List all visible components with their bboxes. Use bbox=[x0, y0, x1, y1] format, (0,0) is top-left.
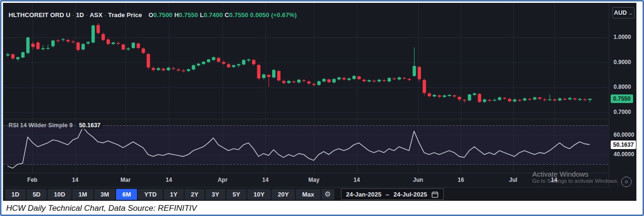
time-tick-14: 14 bbox=[159, 177, 178, 183]
date-to: 24-Jul-2025 bbox=[393, 191, 427, 198]
screenshot-frame: HLTHCOREIT ORD U · 1D · ASX · Trade Pric… bbox=[0, 0, 644, 216]
price-tick-label: 0.8000 bbox=[614, 83, 631, 91]
price-tick-label: 1.0000 bbox=[614, 33, 631, 41]
price-tick-label: 0.7000 bbox=[614, 108, 631, 116]
legend-separator: · bbox=[103, 11, 108, 19]
figure-caption: HCW Daily Technical Chart, Data Source: … bbox=[3, 203, 640, 215]
range-button-5y[interactable]: 5Y bbox=[226, 189, 246, 200]
rsi-legend[interactable]: RSI 14 Wilder Simple 9 50.1637 bbox=[9, 122, 102, 129]
symbol-legend[interactable]: HLTHCOREIT ORD U · 1D · ASX · Trade Pric… bbox=[9, 11, 297, 19]
last-price-badge: 0.7550 bbox=[611, 94, 633, 103]
range-button-2y[interactable]: 2Y bbox=[185, 189, 205, 200]
calendar-icon[interactable] bbox=[431, 191, 439, 198]
range-button-10d[interactable]: 10D bbox=[48, 189, 71, 200]
time-tick-14: 14 bbox=[347, 177, 366, 183]
time-tick-14: 14 bbox=[545, 177, 564, 183]
ohlc-value: 0.7550 bbox=[179, 11, 200, 19]
chevron-down-icon: ⌄ bbox=[628, 10, 634, 16]
ohlc-key: O bbox=[148, 11, 153, 19]
ohlc-key: C bbox=[224, 11, 229, 19]
time-axis[interactable]: Feb14Mar14Apr14May14Jun16Jul14 bbox=[3, 173, 608, 187]
range-button-6m[interactable]: 6M bbox=[116, 189, 137, 200]
exchange-label: ASX bbox=[89, 11, 102, 19]
time-tick-16: 16 bbox=[451, 177, 470, 183]
target-dot bbox=[625, 180, 628, 183]
rsi-value-badge: 50.1637 bbox=[611, 141, 636, 149]
symbol-name: HLTHCOREIT ORD U bbox=[9, 11, 70, 19]
currency-label: AUD bbox=[614, 9, 627, 16]
price-pane[interactable]: HLTHCOREIT ORD U · 1D · ASX · Trade Pric… bbox=[3, 3, 608, 119]
range-button-1y[interactable]: 1Y bbox=[164, 189, 184, 200]
rsi-tick-label: 40.0000 bbox=[614, 150, 634, 158]
date-separator: – bbox=[386, 191, 389, 198]
series-type-label: Trade Price bbox=[108, 11, 142, 19]
chart-settings-icon[interactable] bbox=[621, 177, 632, 187]
currency-dropdown[interactable]: AUD ⌄ bbox=[612, 7, 634, 19]
time-tick-14: 14 bbox=[66, 177, 85, 183]
time-tick-apr: Apr bbox=[213, 177, 232, 183]
range-button-max[interactable]: Max bbox=[296, 189, 320, 200]
range-button-10y[interactable]: 10Y bbox=[247, 189, 271, 200]
range-button-5d[interactable]: 5D bbox=[27, 189, 47, 200]
price-tick-label: 0.9000 bbox=[614, 58, 631, 66]
legend-separator: · bbox=[84, 11, 90, 19]
ohlc-value: 0.7550 bbox=[229, 11, 250, 19]
candlestick-canvas[interactable] bbox=[3, 3, 608, 119]
range-button-1m[interactable]: 1M bbox=[72, 189, 93, 200]
rsi-pane[interactable]: RSI 14 Wilder Simple 9 50.1637 bbox=[3, 119, 608, 173]
ohlc-value: 0.7400 bbox=[204, 11, 224, 19]
range-toolbar: 1D5D10D1M3M6MYTD1Y2Y3Y5Y10Y20YMax⚙24-Jan… bbox=[3, 188, 636, 201]
interval-label: 1D bbox=[76, 11, 84, 19]
range-button-1d[interactable]: 1D bbox=[5, 189, 26, 200]
time-tick-feb: Feb bbox=[23, 177, 42, 183]
time-tick-jul: Jul bbox=[504, 177, 523, 183]
ohlc-key: H bbox=[175, 11, 179, 19]
rsi-title: RSI 14 Wilder Simple 9 bbox=[9, 122, 73, 129]
price-axis-column[interactable]: AUD ⌄ 1.00000.90000.80000.70000.755060.0… bbox=[609, 3, 636, 201]
time-tick-may: May bbox=[304, 177, 323, 183]
range-button-3m[interactable]: 3M bbox=[94, 189, 115, 200]
range-button-3y[interactable]: 3Y bbox=[205, 189, 225, 200]
change-value: 0.0050 (+0.67%) bbox=[250, 11, 297, 19]
legend-separator: · bbox=[72, 11, 76, 19]
ohlc-value: 0.7500 bbox=[154, 11, 175, 19]
time-tick-mar: Mar bbox=[116, 177, 135, 183]
trading-chart-window: HLTHCOREIT ORD U · 1D · ASX · Trade Pric… bbox=[3, 3, 636, 201]
date-from: 24-Jan-2025 bbox=[346, 191, 381, 198]
ohlc-values: O0.7500 H0.7550 L0.7400 C0.7550 bbox=[148, 11, 250, 19]
time-tick-14: 14 bbox=[256, 177, 275, 183]
range-button-ytd[interactable]: YTD bbox=[138, 189, 163, 200]
range-button-20y[interactable]: 20Y bbox=[272, 189, 295, 200]
time-tick-jun: Jun bbox=[409, 177, 428, 183]
date-range-picker[interactable]: 24-Jan-2025–24-Jul-2025 bbox=[341, 188, 444, 200]
rsi-tick-label: 60.0000 bbox=[614, 131, 634, 139]
ohlc-key: L bbox=[200, 11, 204, 19]
rsi-current-value: 50.1637 bbox=[77, 122, 102, 129]
gear-icon[interactable]: ⚙ bbox=[322, 189, 334, 200]
